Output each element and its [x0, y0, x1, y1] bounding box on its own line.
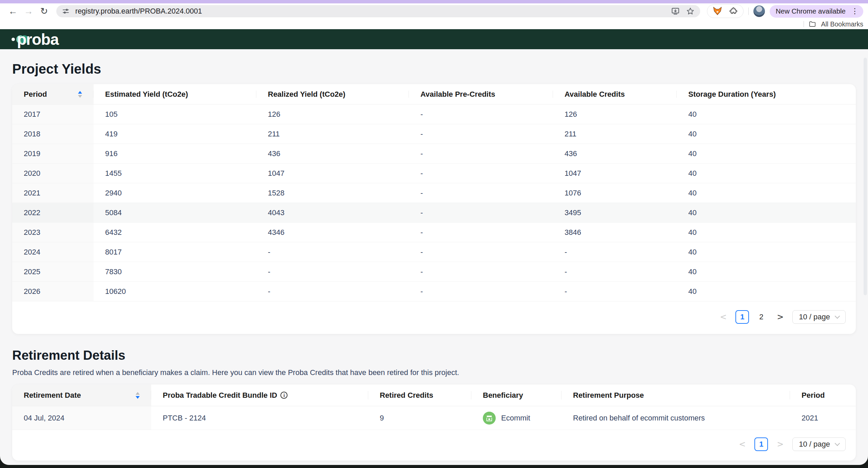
retirement-description: Proba Credits are retired when a benefic…	[12, 368, 856, 377]
chevron-down-icon	[835, 441, 840, 446]
data-cell: -	[409, 105, 553, 124]
bookmark-star-icon[interactable]	[686, 7, 695, 16]
period-cell: 2018	[12, 124, 94, 144]
reload-icon[interactable]: ↻	[37, 4, 51, 18]
site-header: proba	[0, 29, 868, 49]
next-page-icon[interactable]: >	[773, 310, 787, 324]
window-frame	[0, 0, 868, 3]
data-cell: 126	[256, 105, 409, 124]
install-icon[interactable]	[671, 7, 680, 16]
all-bookmarks-label[interactable]: All Bookmarks	[821, 20, 863, 28]
column-header-retirement-date[interactable]: Retirement Date	[12, 385, 151, 406]
page-size-value: 10 / page	[799, 440, 830, 449]
column-header-available-credits: Available Credits	[553, 84, 677, 104]
data-cell: 126	[553, 105, 677, 124]
data-cell: 1047	[553, 164, 677, 183]
column-header-label: Period	[24, 90, 47, 99]
forward-icon[interactable]: →	[22, 4, 35, 18]
page-size-select[interactable]: 10 / page	[792, 437, 846, 451]
metamask-icon[interactable]	[713, 6, 722, 16]
column-header-realized-yield: Realized Yield (tCo2e)	[256, 84, 409, 104]
back-icon[interactable]: ←	[6, 4, 20, 18]
data-cell: -	[256, 262, 409, 281]
web-page: proba Project Yields Period Estimated Yi…	[0, 29, 868, 465]
profile-avatar[interactable]	[753, 5, 765, 17]
table-row: 202014551047-104740	[12, 164, 856, 183]
beneficiary-cell: Ecommit	[471, 406, 561, 430]
data-cell: -	[553, 242, 677, 262]
address-bar[interactable]: registry.proba.earth/PROBA.2024.0001	[56, 5, 700, 17]
data-cell: -	[409, 183, 553, 203]
data-cell: 3846	[553, 223, 677, 242]
data-cell: 2940	[94, 183, 256, 203]
column-header-retirement-purpose: Retirement Purpose	[561, 385, 790, 406]
column-header-estimated-yield: Estimated Yield (tCo2e)	[94, 84, 256, 104]
column-header-beneficiary: Beneficiary	[471, 385, 561, 406]
extensions-puzzle-icon[interactable]	[729, 7, 738, 16]
retirement-table-header: Retirement Date Proba Tradable Credit Bu…	[12, 385, 856, 406]
data-cell: 1076	[553, 183, 677, 203]
period-cell: 2024	[12, 242, 94, 262]
scrollbar[interactable]	[864, 58, 867, 295]
table-row: 2019916436-43640	[12, 144, 856, 164]
period-cell: 2021	[790, 406, 856, 430]
column-header-period[interactable]: Period	[12, 84, 94, 104]
logo-dot	[12, 38, 15, 41]
table-row: 2017105126-12640	[12, 105, 856, 124]
update-chrome-button[interactable]: New Chrome available ⋮	[770, 5, 863, 18]
data-cell: 211	[553, 124, 677, 144]
column-header-period: Period	[790, 385, 856, 406]
data-cell: 8017	[94, 242, 256, 262]
bookmarks-divider	[804, 21, 804, 27]
page-button-1[interactable]: 1	[735, 310, 749, 324]
data-cell: 916	[94, 144, 256, 163]
column-header-available-pre-credits: Available Pre-Credits	[409, 84, 553, 104]
sort-icon	[74, 91, 82, 98]
data-cell: -	[409, 282, 553, 301]
page-size-select[interactable]: 10 / page	[792, 310, 846, 324]
yields-table-body: 2017105126-126402018419211-2114020199164…	[12, 105, 856, 301]
column-header-label: Retirement Date	[24, 391, 81, 400]
column-header-bundle-id: Proba Tradable Credit Bundle ID i	[151, 385, 368, 406]
data-cell: -	[256, 282, 409, 301]
data-cell: -	[409, 242, 553, 262]
period-cell: 2021	[12, 183, 94, 203]
browser-menu-icon[interactable]: ⋮	[849, 7, 861, 16]
data-cell: 10620	[94, 282, 256, 301]
browser-toolbar: ← → ↻ registry.proba.earth/PROBA.2024.00…	[0, 3, 868, 19]
logo-text: proba	[17, 32, 59, 47]
page-button-2[interactable]: 2	[754, 310, 768, 324]
data-cell: 40	[677, 124, 856, 144]
beneficiary-name: Ecommit	[501, 414, 530, 423]
retirement-pagination: < 1 > 10 / page	[12, 430, 856, 461]
page-button-1[interactable]: 1	[754, 437, 768, 451]
project-yields-card: Period Estimated Yield (tCo2e) Realized …	[12, 84, 856, 334]
url-text[interactable]: registry.proba.earth/PROBA.2024.0001	[75, 7, 666, 16]
period-cell: 2022	[12, 203, 94, 222]
period-cell: 2026	[12, 282, 94, 301]
data-cell: -	[409, 223, 553, 242]
data-cell: -	[409, 164, 553, 183]
data-cell: 4043	[256, 203, 409, 222]
column-header-storage-duration: Storage Duration (Years)	[677, 84, 856, 104]
data-cell: 436	[553, 144, 677, 163]
data-cell: 436	[256, 144, 409, 163]
sort-icon	[132, 392, 140, 399]
toolbar-divider	[748, 7, 749, 15]
table-row: 202364324346-384640	[12, 223, 856, 242]
data-cell: -	[409, 262, 553, 281]
prev-page-icon: <	[716, 310, 730, 324]
data-cell: -	[256, 242, 409, 262]
browser-chrome: ← → ↻ registry.proba.earth/PROBA.2024.00…	[0, 0, 868, 29]
table-row: 202250844043-349540	[12, 203, 856, 223]
data-cell: 3495	[553, 203, 677, 222]
data-cell: 40	[677, 223, 856, 242]
data-cell: -	[553, 282, 677, 301]
proba-logo[interactable]: proba	[12, 32, 59, 47]
site-settings-icon[interactable]	[62, 7, 70, 15]
data-cell: 419	[94, 124, 256, 144]
retirement-card: Retirement Date Proba Tradable Credit Bu…	[12, 385, 856, 461]
data-cell: 40	[677, 144, 856, 163]
info-icon[interactable]: i	[280, 392, 288, 399]
next-page-icon: >	[773, 437, 787, 451]
